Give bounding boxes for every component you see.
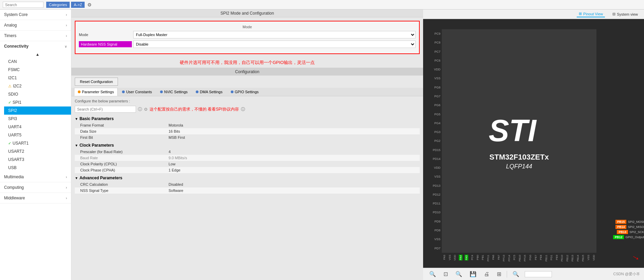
advanced-params-header[interactable]: ▼ Advanced Parameters xyxy=(75,175,420,181)
search-chip-button[interactable]: 🔍 xyxy=(510,270,521,278)
basic-params-table: Frame Format Motorola Data Size 16 Bits … xyxy=(75,122,420,141)
sub-item-label: SPI1 xyxy=(13,100,21,105)
sidebar-item-i2c2[interactable]: ⚠ I2C2 xyxy=(4,82,71,90)
top-bar: Categories A->Z ⚙ xyxy=(0,0,644,10)
sidebar-item-timers[interactable]: Timers › xyxy=(0,31,71,41)
basic-params-header[interactable]: ▼ Basic Parameters xyxy=(75,115,420,122)
gear-icon[interactable]: ⚙ xyxy=(87,2,92,7)
pin-bottom-label: PE7 xyxy=(534,255,537,260)
pin-bottom-label: VSS xyxy=(448,255,451,260)
sidebar-item-usart1[interactable]: ✓ USART1 xyxy=(4,139,71,147)
param-value: MSB First xyxy=(169,135,185,139)
sidebar-item-system-core[interactable]: System Core › xyxy=(0,10,71,20)
separator xyxy=(507,271,507,278)
table-row: NSS Signal Type Software xyxy=(75,187,420,194)
pin-pb13-box: PB13 xyxy=(617,230,628,234)
sidebar-item-spi1[interactable]: ✓ SPI1 xyxy=(4,98,71,106)
tab-dot-blue xyxy=(231,90,233,93)
sidebar-item-spi2[interactable]: SPI2 xyxy=(4,106,71,115)
sidebar-item-analog[interactable]: Analog › xyxy=(0,20,71,31)
table-row: CRC Calculation Disabled xyxy=(75,181,420,187)
chip-logo: STI xyxy=(485,112,553,150)
sidebar-item-multimedia[interactable]: Multimedia › xyxy=(0,172,71,182)
annotation-info-icon[interactable]: ⓘ xyxy=(241,106,245,112)
config-search-input[interactable] xyxy=(75,106,136,113)
sidebar-item-spi3[interactable]: SPI3 xyxy=(4,115,71,123)
pin-bottom-label: PE8 xyxy=(539,255,542,260)
check-icon: ✓ xyxy=(8,141,11,146)
sub-item-label: SPI2 xyxy=(8,108,17,113)
chevron-right-icon: › xyxy=(66,13,67,17)
tab-label: DMA Settings xyxy=(200,90,223,94)
system-view-button[interactable]: ⊟ System view xyxy=(610,11,640,17)
clock-params-header[interactable]: ▼ Clock Parameters xyxy=(75,142,420,149)
mode-section-title: Mode xyxy=(79,25,416,29)
sidebar-item-fsmc[interactable]: FSMC xyxy=(4,66,71,74)
config-hint: Configure the below parameters : xyxy=(75,99,420,103)
tab-parameter-settings[interactable]: Parameter Settings xyxy=(74,88,118,96)
config-title: Configuration xyxy=(71,68,423,76)
hw-nss-select[interactable]: Disable xyxy=(133,40,416,48)
st-logo-svg: STI xyxy=(485,112,553,146)
table-row: Baud Rate 9.0 MBits/s xyxy=(75,155,420,161)
right-pin-highlights: PB15 SPI2_MOSI PB14 SPI2_MISO PB13 SPI2_… xyxy=(596,29,644,253)
pin-label: PD14 xyxy=(423,157,442,161)
config-panel: Configuration Reset Configuration Parame… xyxy=(71,68,423,280)
search-box[interactable] xyxy=(3,2,43,8)
tab-dma-settings[interactable]: DMA Settings xyxy=(192,88,226,96)
clock-params-table: Prescaler (for Baud Rate) 4 Baud Rate 9.… xyxy=(75,149,420,173)
sidebar-item-uart5[interactable]: UART5 xyxy=(4,131,71,139)
clock-params-section: ▼ Clock Parameters Prescaler (for Baud R… xyxy=(75,142,420,173)
sidebar-item-computing[interactable]: Computing › xyxy=(0,182,71,193)
sidebar-item-can[interactable]: CAN xyxy=(4,57,71,66)
search-help-icon[interactable]: ⊙ xyxy=(144,107,147,112)
param-name: Data Size xyxy=(80,129,169,133)
param-value: Disabled xyxy=(169,182,183,186)
search-input[interactable] xyxy=(5,3,36,7)
chevron-down-icon: ▼ xyxy=(75,117,78,121)
pin-label: PD10 xyxy=(423,211,442,214)
atoz-button[interactable]: A->Z xyxy=(71,2,85,8)
sidebar-item-middleware[interactable]: Middleware › xyxy=(0,193,71,203)
advanced-params-table: CRC Calculation Disabled NSS Signal Type… xyxy=(75,181,420,194)
tab-nvic-settings[interactable]: NVIC Settings xyxy=(156,88,191,96)
zoom-out-button[interactable]: 🔍 xyxy=(453,270,464,278)
split-button[interactable]: ⊞ xyxy=(495,270,503,278)
sub-item-label: USB xyxy=(8,165,17,170)
tab-gpio-settings[interactable]: GPIO Settings xyxy=(227,88,262,96)
sidebar-item-i2c1[interactable]: I2C1 xyxy=(4,74,71,82)
sidebar-item-sdio[interactable]: SDIO xyxy=(4,90,71,98)
zoom-in-button[interactable]: 🔍 xyxy=(427,270,438,278)
pin-label: PG5 xyxy=(423,113,442,116)
pin-label: PD15 xyxy=(423,148,442,152)
pin-bottom-label: PB10 xyxy=(518,255,521,262)
mode-row: Mode Full-Duplex Master xyxy=(79,31,416,38)
save-button[interactable]: 💾 xyxy=(468,270,478,278)
search-config-row: ⓘ ⊙ 这个配置按自己的需求，不懂的 看看SPI协议内容 ⓘ xyxy=(75,106,420,113)
pin-label: PG7 xyxy=(423,95,442,98)
table-row: First Bit MSB First xyxy=(75,134,420,141)
pinout-view-button[interactable]: ⊞ Pinout View xyxy=(577,11,605,17)
mode-select[interactable]: Full-Duplex Master xyxy=(133,31,416,38)
tab-user-constants[interactable]: User Constants xyxy=(118,88,156,96)
sidebar-item-usb[interactable]: USB xyxy=(4,164,71,172)
categories-button[interactable]: Categories xyxy=(46,2,70,8)
tab-label: User Constants xyxy=(126,90,152,94)
sidebar-item-connectivity[interactable]: Connectivity ∨ xyxy=(0,41,71,51)
pin-bottom-label: PB13 xyxy=(571,255,574,262)
right-panel: ⊞ Pinout View ⊟ System view PC9 PC8 PC7 … xyxy=(423,10,644,280)
reset-configuration-button[interactable]: Reset Configuration xyxy=(75,78,118,86)
pin-label: PG4 xyxy=(423,121,442,125)
advanced-params-section: ▼ Advanced Parameters CRC Calculation Di… xyxy=(75,175,420,194)
chip-search-input[interactable] xyxy=(525,271,552,277)
search-info-icon[interactable]: ⓘ xyxy=(138,106,142,112)
scroll-up-arrow[interactable]: ▲ xyxy=(4,51,71,57)
print-button[interactable]: 🖨 xyxy=(482,270,491,278)
fit-button[interactable]: ⊡ xyxy=(441,270,450,278)
tab-label: Parameter Settings xyxy=(82,90,114,94)
sidebar-item-usart2[interactable]: USART2 xyxy=(4,147,71,155)
sidebar-item-usart3[interactable]: USART3 xyxy=(4,155,71,164)
pin-label: PD7 xyxy=(423,247,442,250)
param-value: Software xyxy=(169,188,183,193)
sidebar-item-uart4[interactable]: UART4 xyxy=(4,123,71,131)
